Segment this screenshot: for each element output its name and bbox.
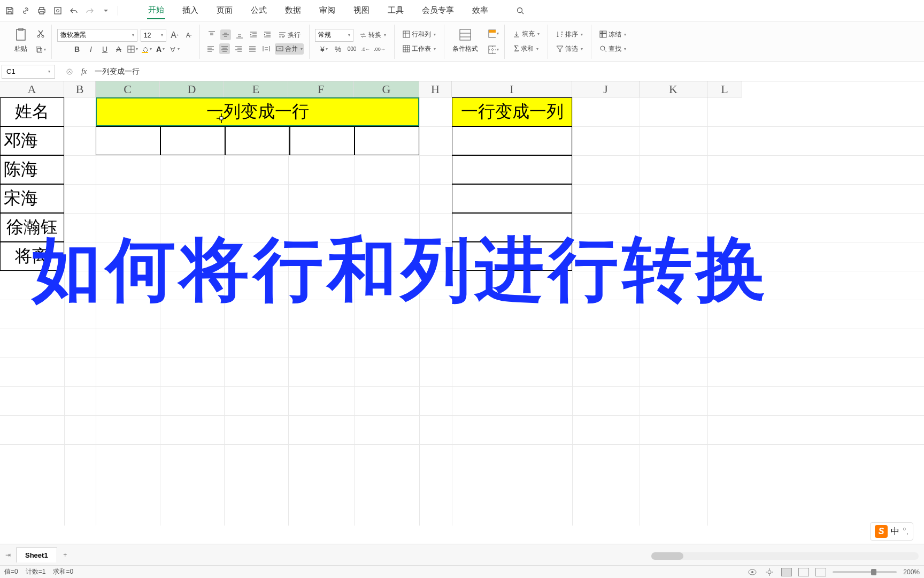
col-header-E[interactable]: E (224, 81, 288, 97)
decrease-decimal-icon[interactable]: .0← (360, 44, 371, 55)
increase-font-icon[interactable]: A+ (170, 30, 180, 41)
menu-insert[interactable]: 插入 (181, 2, 199, 19)
cell-I3[interactable] (452, 155, 572, 184)
freeze-button[interactable]: 冻结▾ (597, 28, 629, 41)
convert-button[interactable]: 转换▾ (357, 29, 389, 41)
italic-button[interactable]: I (86, 44, 96, 55)
cell-A4[interactable]: 宋海 (0, 184, 64, 213)
add-sheet-button[interactable]: + (60, 550, 70, 560)
row-col-button[interactable]: 行和列▾ (400, 28, 438, 41)
cond-format-button[interactable]: 条件格式 (450, 43, 481, 55)
cell-E2[interactable] (225, 126, 290, 155)
font-size-select[interactable]: 12▾ (141, 29, 166, 42)
cell-I1[interactable]: 一行变成一列 (452, 97, 572, 126)
sum-button[interactable]: Σ求和▾ (511, 42, 541, 55)
comma-icon[interactable]: 000 (346, 44, 357, 55)
align-bottom-icon[interactable] (234, 29, 245, 40)
col-header-D[interactable]: D (160, 81, 224, 97)
currency-icon[interactable]: ¥▾ (319, 44, 329, 55)
sheet-tab-active[interactable]: Sheet1 (16, 547, 57, 562)
print-icon[interactable] (37, 6, 46, 15)
align-right-icon[interactable] (233, 43, 244, 54)
link-icon[interactable] (21, 6, 30, 15)
number-format-select[interactable]: 常规▾ (315, 29, 353, 42)
col-header-C[interactable]: C (96, 81, 160, 97)
preview-icon[interactable] (53, 6, 62, 15)
qat-dropdown-icon[interactable] (102, 6, 110, 15)
menu-efficiency[interactable]: 效率 (471, 2, 489, 19)
distribute-icon[interactable] (261, 43, 272, 54)
cell-C2[interactable] (96, 126, 160, 155)
menu-view[interactable]: 视图 (352, 2, 371, 19)
ime-indicator[interactable]: S 中 °, (870, 522, 913, 541)
worksheet-button[interactable]: 工作表▾ (400, 43, 438, 55)
font-name-select[interactable]: 微软雅黑▾ (57, 29, 137, 42)
cell-G2[interactable] (355, 126, 419, 155)
menu-start[interactable]: 开始 (147, 2, 165, 19)
settings-icon[interactable] (764, 567, 775, 577)
col-header-B[interactable]: B (64, 81, 96, 97)
cell-A1[interactable]: 姓名 (0, 97, 64, 126)
col-header-I[interactable]: I (452, 81, 572, 97)
scrollbar-thumb[interactable] (651, 552, 683, 560)
col-header-J[interactable]: J (572, 81, 640, 97)
cell-I2[interactable] (452, 126, 572, 155)
col-header-H[interactable]: H (419, 81, 452, 97)
cell-F2[interactable] (290, 126, 355, 155)
percent-icon[interactable]: % (333, 44, 343, 55)
fill-color-button[interactable]: ▾ (141, 44, 152, 55)
cell-style-icon[interactable]: ▾ (488, 28, 499, 39)
menu-review[interactable]: 审阅 (318, 2, 336, 19)
undo-icon[interactable] (70, 6, 78, 15)
menu-data[interactable]: 数据 (284, 2, 302, 19)
align-middle-icon[interactable] (220, 29, 231, 40)
zoom-level[interactable]: 200% (903, 568, 920, 576)
merge-cells-button[interactable]: 合并▾ (275, 43, 304, 55)
menu-page[interactable]: 页面 (215, 2, 234, 19)
formula-input[interactable]: 一列变成一行 (95, 67, 140, 77)
strikethrough-button[interactable]: A (113, 44, 124, 55)
eye-icon[interactable] (747, 567, 758, 577)
cell-A2[interactable]: 邓海 (0, 126, 64, 155)
filter-button[interactable]: 筛选▾ (553, 43, 586, 55)
normal-view-button[interactable] (781, 568, 792, 576)
sheet-nav-last-icon[interactable]: ⇥ (3, 550, 13, 560)
indent-increase-icon[interactable] (262, 29, 273, 40)
col-header-K[interactable]: K (640, 81, 707, 97)
cond-format-icon[interactable] (459, 28, 472, 41)
wrap-text-button[interactable]: 换行 (276, 29, 303, 41)
find-button[interactable]: 查找▾ (597, 43, 629, 55)
col-header-G[interactable]: G (354, 81, 419, 97)
justify-icon[interactable] (247, 43, 258, 54)
save-icon[interactable] (5, 6, 14, 15)
cut-icon[interactable] (35, 28, 46, 39)
search-icon[interactable] (516, 6, 525, 15)
increase-decimal-icon[interactable]: .00→ (374, 44, 385, 55)
underline-button[interactable]: U (99, 44, 110, 55)
indent-decrease-icon[interactable] (248, 29, 259, 40)
align-top-icon[interactable] (206, 29, 217, 40)
copy-icon[interactable]: ▾ (35, 44, 46, 55)
font-color-button[interactable]: A▾ (155, 44, 166, 55)
menu-tools[interactable]: 工具 (387, 2, 405, 19)
redo-icon[interactable] (86, 6, 94, 15)
cell-I4[interactable] (452, 184, 572, 213)
col-header-A[interactable]: A (0, 81, 64, 97)
cancel-formula-icon[interactable] (66, 68, 73, 75)
page-layout-view-button[interactable] (798, 568, 809, 576)
table-style-icon[interactable]: ▾ (488, 44, 499, 55)
paste-button[interactable]: 粘贴 (12, 43, 30, 55)
align-center-icon[interactable] (219, 43, 230, 54)
name-box[interactable]: C1▾ (2, 65, 55, 79)
sort-button[interactable]: 排序▾ (553, 28, 586, 41)
horizontal-scrollbar[interactable]: ◂ (651, 552, 919, 560)
fill-button[interactable]: 填充▾ (510, 28, 542, 40)
border-button[interactable]: ▾ (127, 44, 138, 55)
menu-formula[interactable]: 公式 (250, 2, 268, 19)
cell-D2[interactable] (160, 126, 225, 155)
cell-A3[interactable]: 陈海 (0, 155, 64, 184)
bold-button[interactable]: B (72, 44, 82, 55)
page-break-view-button[interactable] (815, 568, 826, 576)
zoom-slider[interactable] (833, 571, 897, 573)
cell-C1-merged[interactable]: 一列变成一行 (96, 97, 419, 126)
